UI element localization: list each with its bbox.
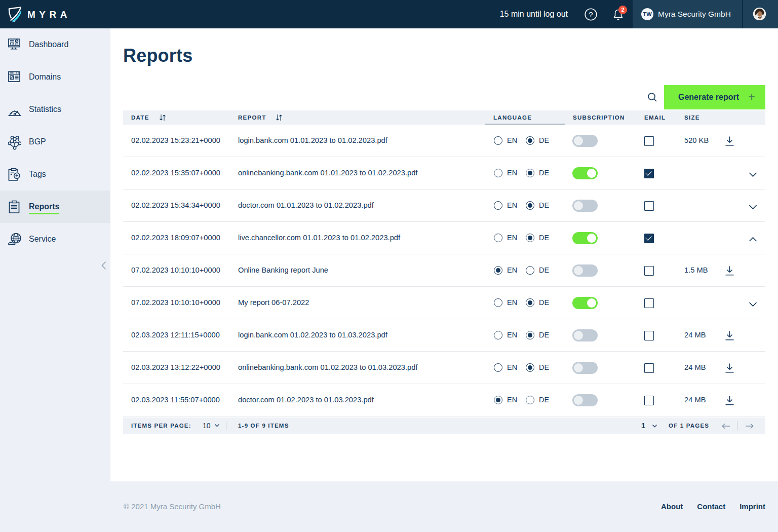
- svg-text:?: ?: [589, 10, 593, 19]
